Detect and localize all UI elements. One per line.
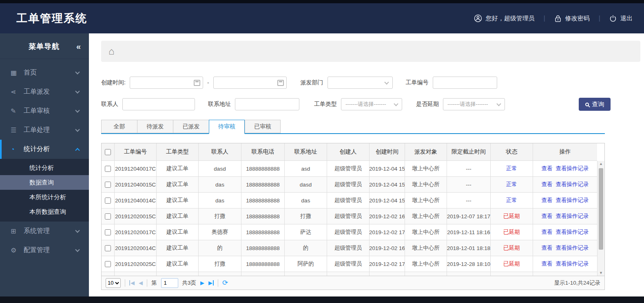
view-log-link[interactable]: 查看操作记录 bbox=[556, 181, 589, 188]
cell-actions: 查看查看操作记录 bbox=[533, 161, 597, 177]
scroll-down-icon[interactable]: ▼ bbox=[598, 270, 604, 276]
chevron-down-icon bbox=[75, 108, 80, 112]
user-greeting: 您好，超级管理员 bbox=[474, 14, 535, 22]
scroll-up-icon[interactable]: ▲ bbox=[598, 161, 604, 167]
status-badge: 正常 bbox=[506, 197, 517, 204]
tab-待审核[interactable]: 待审核 bbox=[209, 120, 245, 134]
column-header: 联系电话 bbox=[241, 143, 285, 161]
view-link[interactable]: 查看 bbox=[542, 228, 553, 236]
row-checkbox[interactable] bbox=[105, 229, 111, 235]
contact-input[interactable] bbox=[122, 98, 195, 110]
view-link[interactable]: 查看 bbox=[542, 260, 553, 268]
create-time-end-input[interactable] bbox=[213, 77, 287, 89]
order-no-input[interactable] bbox=[433, 77, 497, 89]
sidebar-item-stats[interactable]: ◔统计分析 bbox=[0, 140, 89, 159]
tab-已派发[interactable]: 已派发 bbox=[173, 120, 209, 133]
cell-creator: 超级管理员 bbox=[327, 161, 370, 177]
sidebar-item-process[interactable]: ☰工单处理 bbox=[0, 121, 89, 140]
chevron-down-icon bbox=[384, 80, 389, 84]
row-checkbox[interactable] bbox=[105, 245, 111, 251]
tab-已审核[interactable]: 已审核 bbox=[245, 120, 281, 133]
cell-target: 墩上中心所 bbox=[405, 193, 447, 209]
page-size-select[interactable]: 10 bbox=[106, 278, 121, 288]
table-row: 201912020017C建议工单奥德赛18888888888萨达超级管理员20… bbox=[102, 224, 604, 240]
empty-cell bbox=[533, 272, 597, 276]
sidebar-item-system[interactable]: ⊞系统管理 bbox=[0, 222, 89, 241]
cell-contact: das bbox=[199, 177, 241, 193]
tab-待派发[interactable]: 待派发 bbox=[137, 120, 173, 133]
sidebar-item-local-query[interactable]: 本所数据查询 bbox=[0, 204, 89, 219]
refresh-icon[interactable]: ⟳ bbox=[222, 279, 228, 286]
table-scrollbar[interactable]: ▲ ▼ bbox=[597, 161, 604, 276]
view-log-link[interactable]: 查看操作记录 bbox=[556, 228, 589, 236]
sidebar-item-data-query[interactable]: 数据查询 bbox=[0, 175, 89, 190]
cell-contact: 打撒 bbox=[199, 209, 241, 224]
cell-deadline: 2019-12-28 18:10 bbox=[447, 256, 491, 272]
row-checkbox-cell bbox=[102, 256, 115, 272]
view-link[interactable]: 查看 bbox=[542, 213, 553, 220]
calendar-icon[interactable] bbox=[277, 80, 284, 86]
view-log-link[interactable]: 查看操作记录 bbox=[556, 213, 589, 220]
row-checkbox[interactable] bbox=[105, 261, 111, 267]
cell-status: 已延期 bbox=[491, 256, 533, 272]
cell-status: 正常 bbox=[491, 177, 533, 193]
view-link[interactable]: 查看 bbox=[542, 181, 553, 188]
dispatch-dept-select[interactable] bbox=[328, 77, 393, 89]
order-type-select[interactable]: -------请选择------- bbox=[341, 98, 402, 110]
cell-status: 已延期 bbox=[491, 240, 533, 256]
cell-deadline: 2019-12-07 18:17 bbox=[447, 209, 491, 224]
sidebar-menu: ▦首页⋖工单派发✎工单审核☰工单处理◔统计分析统计分析数据查询本所统计分析本所数… bbox=[0, 59, 89, 260]
scrollbar-thumb[interactable] bbox=[599, 168, 603, 250]
pagination-separator bbox=[125, 279, 125, 287]
home-icon[interactable]: ⌂ bbox=[108, 46, 115, 56]
row-checkbox[interactable] bbox=[105, 198, 111, 204]
last-page-icon[interactable]: ▶ bbox=[208, 280, 214, 285]
view-log-link[interactable]: 查看操作记录 bbox=[556, 244, 589, 252]
sidebar-item-config[interactable]: ⚙配置管理 bbox=[0, 241, 89, 260]
column-header: 创建时间 bbox=[370, 143, 405, 161]
select-all-checkbox[interactable] bbox=[105, 149, 111, 155]
page-number-input[interactable] bbox=[161, 278, 178, 288]
cell-address: 萨达 bbox=[285, 224, 327, 240]
tab-全部[interactable]: 全部 bbox=[101, 120, 137, 133]
view-log-link[interactable]: 查看操作记录 bbox=[556, 165, 589, 172]
cell-target: 墩上中心所 bbox=[405, 256, 447, 272]
address-input[interactable] bbox=[235, 98, 299, 110]
cell-status: 正常 bbox=[491, 193, 533, 209]
view-log-link[interactable]: 查看操作记录 bbox=[556, 260, 589, 268]
next-page-icon[interactable]: ▶ bbox=[200, 280, 204, 285]
header-separator: | bbox=[540, 15, 549, 22]
first-page-icon[interactable]: ◀ bbox=[129, 280, 135, 285]
create-time-start-input[interactable] bbox=[130, 77, 203, 89]
sidebar-item-review[interactable]: ✎工单审核 bbox=[0, 101, 89, 121]
prev-page-icon[interactable]: ◀ bbox=[139, 280, 143, 285]
view-link[interactable]: 查看 bbox=[542, 197, 553, 204]
pagination-bar: 10 ◀ ◀ 第 共3页 ▶ ▶ ⟳ 显示1-10,共24记录 bbox=[101, 276, 605, 290]
cell-status: 已延期 bbox=[491, 224, 533, 240]
view-log-link[interactable]: 查看操作记录 bbox=[556, 197, 589, 204]
delay-select[interactable]: -------请选择------- bbox=[443, 98, 505, 110]
empty-cell bbox=[115, 272, 157, 276]
total-pages-label: 共3页 bbox=[182, 279, 197, 287]
row-checkbox[interactable] bbox=[105, 182, 111, 188]
calendar-icon[interactable] bbox=[194, 80, 200, 86]
change-password-button[interactable]: 修改密码 bbox=[554, 15, 590, 22]
sidebar-item-local-stats[interactable]: 本所统计分析 bbox=[0, 190, 89, 204]
collapse-sidebar-icon[interactable]: « bbox=[76, 42, 80, 51]
logout-button[interactable]: 退出 bbox=[609, 15, 633, 22]
cell-deadline: --- bbox=[447, 161, 491, 177]
view-link[interactable]: 查看 bbox=[542, 165, 553, 172]
row-checkbox[interactable] bbox=[105, 166, 111, 172]
cell-contact: dasd bbox=[199, 161, 241, 177]
status-badge: 已延期 bbox=[503, 244, 520, 252]
cell-order_no: 201912040015C bbox=[115, 177, 157, 193]
row-checkbox[interactable] bbox=[105, 213, 111, 220]
cell-phone: 18888888888 bbox=[241, 193, 285, 209]
sidebar-item-dispatch[interactable]: ⋖工单派发 bbox=[0, 82, 89, 101]
sidebar-item-stats-analysis[interactable]: 统计分析 bbox=[0, 160, 89, 175]
view-link[interactable]: 查看 bbox=[542, 244, 553, 252]
cell-address: asd bbox=[285, 161, 327, 177]
sidebar-item-home[interactable]: ▦首页 bbox=[0, 63, 89, 82]
chevron-down-icon bbox=[75, 247, 80, 252]
search-button[interactable]: 查询 bbox=[579, 98, 611, 111]
